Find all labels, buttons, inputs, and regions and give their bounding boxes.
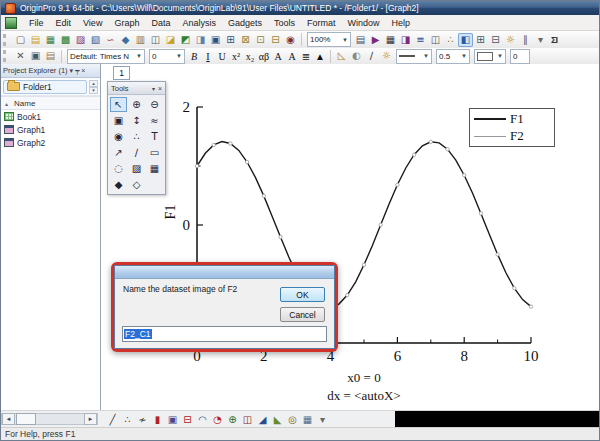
folder-row[interactable]: Folder1 ▴▾ — [1, 78, 100, 96]
save-project-icon[interactable]: ▣ — [208, 33, 223, 47]
horizontal-scrollbar[interactable]: ◄ ► — [1, 413, 98, 425]
print-icon[interactable]: ▤ — [353, 33, 368, 47]
increase-font-button[interactable]: A — [271, 49, 285, 63]
new-excel-icon[interactable]: ▩ — [58, 33, 73, 47]
menu-item[interactable]: Gadgets — [222, 17, 268, 29]
template-library-icon[interactable]: ▦ — [300, 413, 315, 427]
rectangle-tool-icon[interactable]: ▭ — [146, 145, 163, 160]
spline-plot-icon[interactable]: ◠ — [195, 413, 210, 427]
scatter-plot-icon[interactable]: ∴ — [120, 413, 135, 427]
mask-tool-icon[interactable]: ◆ — [110, 177, 127, 192]
copy-icon[interactable]: ▣ — [28, 49, 43, 63]
scrollbar-thumb[interactable] — [16, 413, 36, 425]
pattern-icon[interactable]: ☼ — [379, 49, 394, 63]
import-wizard-icon[interactable]: ⊠ — [238, 33, 253, 47]
folder-selection[interactable]: Folder1 — [3, 80, 87, 94]
project-explorer-toggle-icon[interactable]: ◧ — [458, 33, 473, 47]
chevron-down-icon[interactable]: ▾ — [70, 67, 74, 75]
edge-select[interactable]: 0 — [510, 49, 530, 64]
folder-spinner[interactable]: ▴▾ — [89, 80, 98, 94]
video-icon[interactable]: ▦ — [383, 33, 398, 47]
ok-button[interactable]: OK — [280, 287, 325, 302]
subscript-button[interactable]: x₂ — [243, 49, 257, 63]
decrease-font-button[interactable]: A — [285, 49, 299, 63]
menu-item[interactable]: Help — [386, 17, 417, 29]
digitizer-icon[interactable]: ◉ — [283, 33, 298, 47]
toolbar-options-icon[interactable]: ▾ — [533, 33, 548, 47]
pointer-tool-icon[interactable]: ↖ — [110, 97, 127, 112]
align-button[interactable]: ≣ — [299, 49, 313, 63]
project-item[interactable]: Graph2 — [1, 136, 100, 149]
line-style-select[interactable]: ▼ — [396, 49, 432, 64]
pie-chart-icon[interactable]: ◔ — [210, 413, 225, 427]
project-item[interactable]: Graph1 — [1, 123, 100, 136]
scroll-right-icon[interactable]: ► — [84, 413, 97, 425]
dialog-titlebar[interactable] — [115, 266, 334, 279]
new-layout-icon[interactable]: ◫ — [148, 33, 163, 47]
line-color-icon[interactable]: ∕ — [364, 49, 379, 63]
fill-color-icon[interactable]: ◺ — [334, 49, 349, 63]
project-item[interactable]: Book1 — [1, 110, 100, 123]
line-tool-icon[interactable]: ∕ — [128, 145, 145, 160]
menu-item[interactable]: Edit — [50, 17, 78, 29]
stock-plot-icon[interactable]: ◫ — [240, 413, 255, 427]
underline-button[interactable]: U — [215, 49, 229, 63]
zoom-select[interactable]: 100% ▼ — [307, 32, 351, 47]
new-3d-graph-icon[interactable]: ◆ — [118, 33, 133, 47]
highlight-color-icon[interactable]: ◐ — [349, 49, 364, 63]
open-excel-icon[interactable]: ◩ — [178, 33, 193, 47]
data-reader-tool-icon[interactable]: ◉ — [110, 129, 127, 144]
chevron-down-icon[interactable]: ▾ — [152, 85, 155, 92]
molecule-icon[interactable]: ∴ — [443, 33, 458, 47]
new-graph-icon[interactable]: ▨ — [73, 33, 88, 47]
pin-icon[interactable]: ┯ — [75, 67, 79, 75]
polar-plot-icon[interactable]: ⊕ — [225, 413, 240, 427]
zoom-out-tool-icon[interactable]: ⊖ — [146, 97, 163, 112]
new-slide-icon[interactable]: ◨ — [398, 33, 413, 47]
column-plot-icon[interactable]: ▮ — [150, 413, 165, 427]
paste-icon[interactable]: ▤ — [43, 49, 58, 63]
line-width-select[interactable]: 0.5 ▼ — [436, 49, 470, 64]
line-symbol-plot-icon[interactable]: ≁ — [135, 413, 150, 427]
frame-style-select[interactable]: ▼ — [474, 49, 506, 64]
tools-palette-titlebar[interactable]: Tools ▾ × — [108, 82, 165, 95]
options-gear-icon[interactable]: ☼ — [503, 33, 518, 47]
menu-item[interactable]: File — [23, 17, 50, 29]
move-tool-icon[interactable]: ↕ — [128, 113, 145, 128]
menu-item[interactable]: Graph — [108, 17, 145, 29]
scale-in-tool-icon[interactable]: ≈ — [146, 113, 163, 128]
image-plot-icon[interactable]: ▣ — [165, 413, 180, 427]
new-project-icon[interactable]: ▢ — [13, 33, 28, 47]
greek-button[interactable]: αβ — [257, 49, 271, 63]
close-icon[interactable]: × — [81, 67, 85, 74]
rescale-tool-icon[interactable]: ▣ — [110, 113, 127, 128]
new-matrix-icon[interactable]: ▧ — [88, 33, 103, 47]
cut-icon[interactable]: ✕ — [13, 49, 28, 63]
custom-routine-button[interactable]: ΣΙ — [551, 35, 557, 45]
format-lines-icon[interactable]: ≡ — [413, 33, 428, 47]
more-plot-types-icon[interactable]: ▾ — [315, 413, 330, 427]
italic-button[interactable]: I — [201, 49, 215, 63]
new-function-plot-icon[interactable]: ∽ — [103, 33, 118, 47]
scroll-left-icon[interactable]: ◄ — [2, 413, 15, 425]
new-folder-icon[interactable]: ▤ — [28, 33, 43, 47]
area-plot-icon[interactable]: ◢ — [255, 413, 270, 427]
add-object-icon[interactable]: ∥ — [518, 33, 533, 47]
new-notes-icon[interactable]: ▥ — [133, 33, 148, 47]
font-select[interactable]: Default: Times N ▼ — [67, 49, 145, 64]
zoom-in-tool-icon[interactable]: ⊕ — [128, 97, 145, 112]
slide-show-icon[interactable]: ▶ — [368, 33, 383, 47]
box-plot-icon[interactable]: ⊟ — [180, 413, 195, 427]
arrow-style-button[interactable]: ▲ — [313, 49, 327, 63]
legend[interactable]: F1 F2 — [469, 108, 555, 147]
menu-item[interactable]: Window — [342, 17, 386, 29]
spin-up-icon[interactable]: ▴ — [89, 80, 98, 87]
name-column-header[interactable]: ▴ Name — [1, 96, 100, 110]
line-plot-icon[interactable]: ╱ — [105, 413, 120, 427]
open-template-icon[interactable]: ◨ — [193, 33, 208, 47]
open-icon[interactable]: ◪ — [163, 33, 178, 47]
worksheet-view-icon[interactable]: ⊞ — [473, 33, 488, 47]
text-tool-icon[interactable]: T — [146, 129, 163, 144]
close-icon[interactable]: × — [158, 85, 162, 92]
window-tile-icon[interactable]: ⊟ — [488, 33, 503, 47]
